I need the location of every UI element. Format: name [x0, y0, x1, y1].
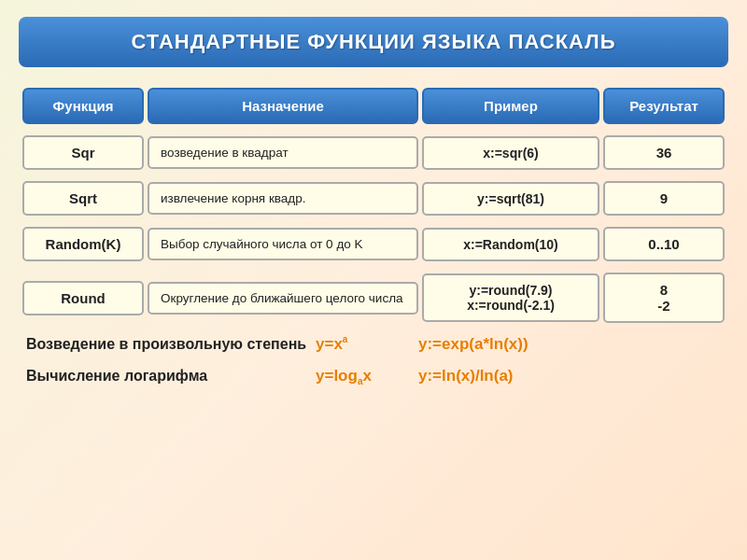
table-row: Random(K) Выбор случайного числа от 0 до… — [22, 227, 725, 261]
result-sqrt: 9 — [603, 181, 725, 216]
func-random: Random(K) — [22, 227, 144, 261]
purpose-sqr: возведение в квадрат — [148, 136, 418, 169]
main-table: Функция Назначение Пример Результат Sqr — [19, 84, 728, 327]
cell-func-sqrt: Sqrt — [22, 181, 144, 216]
example-sqrt: y:=sqrt(81) — [422, 182, 599, 216]
example-sqr: x:=sqr(6) — [422, 136, 599, 170]
cell-purpose-sqr: возведение в квадрат — [148, 135, 418, 170]
cell-func-random: Random(K) — [22, 227, 144, 261]
formula-log-sub: a — [358, 376, 363, 386]
cell-func-sqr: Sqr — [22, 135, 144, 170]
title-bar: СТАНДАРТНЫЕ ФУНКЦИИ ЯЗЫКА ПАСКАЛЬ — [19, 17, 728, 67]
formula-power-code: y:=exp(a*ln(x)) — [418, 335, 529, 354]
example-round-line2: x:=round(-2.1) — [433, 298, 588, 313]
cell-purpose-round: Округление до ближайшего целого числа — [148, 273, 418, 323]
result-round: 8 -2 — [603, 273, 725, 323]
table-header-row: Функция Назначение Пример Результат — [22, 88, 725, 124]
cell-func-round: Round — [22, 273, 144, 323]
cell-result-sqr: 36 — [603, 135, 725, 170]
result-random: 0..10 — [603, 227, 725, 261]
header-purpose-cell: Назначение — [148, 88, 418, 124]
purpose-round: Округление до ближайшего целого числа — [148, 282, 418, 315]
formula-log-code: y:=ln(x)/ln(a) — [418, 367, 514, 385]
result-round-line1: 8 — [614, 282, 713, 298]
cell-result-random: 0..10 — [603, 227, 725, 261]
cell-example-sqr: x:=sqr(6) — [422, 135, 599, 170]
result-sqr: 36 — [603, 135, 725, 170]
func-sqr: Sqr — [22, 135, 144, 170]
example-round-line1: y:=round(7.9) — [433, 283, 588, 298]
cell-purpose-random: Выбор случайного числа от 0 до K — [148, 227, 418, 261]
header-result: Результат — [603, 88, 725, 124]
cell-example-round: y:=round(7.9) x:=round(-2.1) — [422, 273, 599, 323]
cell-result-sqrt: 9 — [603, 181, 725, 216]
formula-power-sup: a — [343, 334, 348, 344]
cell-result-round: 8 -2 — [603, 273, 725, 323]
cell-example-random: x:=Random(10) — [422, 227, 599, 261]
result-round-line2: -2 — [614, 298, 713, 314]
header-example: Пример — [422, 88, 599, 124]
example-random: x:=Random(10) — [422, 228, 599, 261]
page: СТАНДАРТНЫЕ ФУНКЦИИ ЯЗЫКА ПАСКАЛЬ Функци… — [0, 0, 747, 560]
table-row: Sqrt извлечение корня квадр. y:=sqrt(81)… — [22, 181, 725, 216]
formula-log-math: y=logax — [316, 367, 400, 386]
header-example-cell: Пример — [422, 88, 599, 124]
header-result-cell: Результат — [603, 88, 725, 124]
example-round: y:=round(7.9) x:=round(-2.1) — [422, 273, 599, 322]
header-func-cell: Функция — [22, 88, 144, 124]
purpose-random: Выбор случайного числа от 0 до K — [148, 228, 418, 260]
formula-power-label: Возведение в произвольную степень — [26, 336, 316, 353]
func-round: Round — [22, 281, 144, 315]
cell-purpose-sqrt: извлечение корня квадр. — [148, 181, 418, 216]
header-purpose: Назначение — [148, 88, 418, 124]
func-sqrt: Sqrt — [22, 181, 144, 216]
page-title: СТАНДАРТНЫЕ ФУНКЦИИ ЯЗЫКА ПАСКАЛЬ — [28, 30, 719, 54]
table-row: Sqr возведение в квадрат x:=sqr(6) 36 — [22, 135, 725, 170]
formula-log-label: Вычисление логарифма — [26, 368, 316, 385]
formulas-section: Возведение в произвольную степень y=xa y… — [19, 334, 728, 386]
header-func: Функция — [22, 88, 144, 124]
purpose-sqrt: извлечение корня квадр. — [148, 182, 418, 215]
formula-power-math: y=xa — [316, 334, 400, 354]
formula-log-row: Вычисление логарифма y=logax y:=ln(x)/ln… — [26, 367, 721, 386]
cell-example-sqrt: y:=sqrt(81) — [422, 181, 599, 216]
table-row: Round Округление до ближайшего целого чи… — [22, 273, 725, 323]
formula-power-row: Возведение в произвольную степень y=xa y… — [26, 334, 721, 354]
